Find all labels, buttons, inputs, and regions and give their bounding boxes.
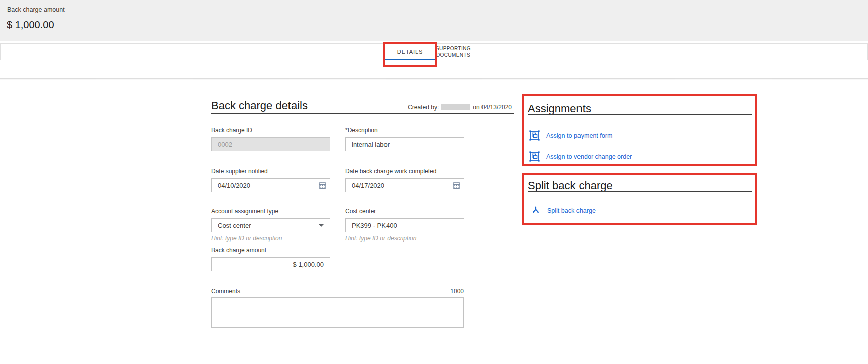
back-charge-id-label: Back charge ID xyxy=(211,127,330,134)
comments-header: Comments 1000 xyxy=(211,288,464,295)
tab-supporting-documents-label: SUPPORTING DOCUMENTS xyxy=(435,45,472,58)
header-shadow-divider xyxy=(0,78,868,80)
description-label: *Description xyxy=(345,127,464,134)
description-input[interactable] xyxy=(345,137,464,151)
split-section-title: Split back charge xyxy=(528,179,613,192)
field-cost-center: Cost center Hint: type ID or description xyxy=(345,208,464,242)
created-by-name-redacted xyxy=(441,104,470,110)
back-charge-id-input xyxy=(211,137,330,151)
field-account-assignment-type: Account assignment type Cost center Hint… xyxy=(211,208,330,242)
assignments-title-rule xyxy=(528,114,752,115)
date-work-completed-input[interactable] xyxy=(345,178,464,192)
calendar-icon[interactable] xyxy=(318,181,327,190)
assign-to-vendor-change-order-link[interactable]: Assign to vendor change order xyxy=(529,151,632,162)
account-assignment-type-label: Account assignment type xyxy=(211,208,330,215)
tab-supporting-documents[interactable]: SUPPORTING DOCUMENTS xyxy=(435,43,472,60)
summary-amount-value: $ 1,000.00 xyxy=(7,19,54,31)
created-by-suffix: on 04/13/2020 xyxy=(473,104,512,111)
account-assignment-type-select[interactable]: Cost center xyxy=(211,218,330,232)
created-by-prefix: Created by: xyxy=(408,104,439,111)
field-date-supplier-notified: Date supplier notified xyxy=(211,168,330,192)
calendar-icon[interactable] xyxy=(452,181,461,190)
assign-to-vendor-change-order-label: Assign to vendor change order xyxy=(546,153,632,160)
created-by: Created by: on 04/13/2020 xyxy=(352,104,512,111)
summary-amount-label: Back charge amount xyxy=(7,6,65,13)
assign-to-payment-form-link[interactable]: Assign to payment form xyxy=(529,130,612,141)
back-charge-page: Back charge amount $ 1,000.00 DETAILS SU… xyxy=(0,0,868,364)
split-back-charge-link[interactable]: Split back charge xyxy=(531,206,596,216)
comments-textarea[interactable] xyxy=(211,297,464,328)
back-charge-amount-input[interactable] xyxy=(211,257,330,271)
account-assignment-type-value: Cost center xyxy=(218,222,251,229)
assign-object-icon xyxy=(529,151,540,162)
field-description: *Description xyxy=(345,127,464,151)
split-branch-icon xyxy=(531,206,541,216)
chevron-down-icon xyxy=(319,224,324,227)
split-title-rule xyxy=(528,191,752,192)
cost-center-input[interactable] xyxy=(345,218,464,232)
comments-char-counter: 1000 xyxy=(450,288,464,295)
tab-details[interactable]: DETAILS xyxy=(385,43,435,60)
cost-center-label: Cost center xyxy=(345,208,464,215)
assign-object-icon xyxy=(529,130,540,141)
date-supplier-notified-input[interactable] xyxy=(211,178,330,192)
assign-to-payment-form-label: Assign to payment form xyxy=(546,132,612,139)
cost-center-hint: Hint: type ID or description xyxy=(345,235,464,242)
tab-details-label: DETAILS xyxy=(397,49,423,55)
account-assignment-type-hint: Hint: type ID or description xyxy=(211,235,330,242)
split-back-charge-label: Split back charge xyxy=(547,207,596,214)
summary-band: Back charge amount $ 1,000.00 xyxy=(0,0,868,41)
form-title-rule xyxy=(211,113,514,114)
active-tab-indicator xyxy=(385,59,435,60)
back-charge-amount-label: Back charge amount xyxy=(211,247,330,254)
field-back-charge-id: Back charge ID xyxy=(211,127,330,151)
field-date-work-completed: Date back charge work completed xyxy=(345,168,464,192)
comments-label: Comments xyxy=(211,288,240,295)
date-work-completed-label: Date back charge work completed xyxy=(345,168,464,175)
date-supplier-notified-label: Date supplier notified xyxy=(211,168,330,175)
form-title: Back charge details xyxy=(211,99,308,112)
field-back-charge-amount: Back charge amount xyxy=(211,247,330,271)
